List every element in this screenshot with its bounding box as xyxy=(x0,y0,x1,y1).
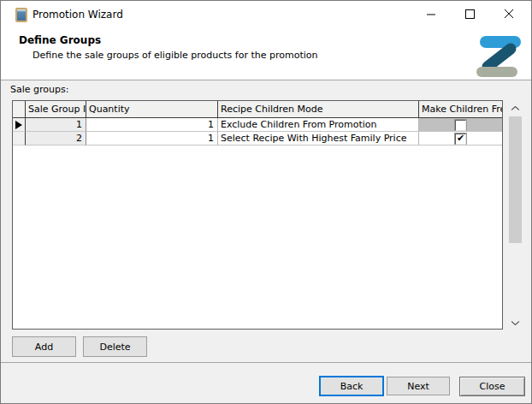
checkbox-make-children-free[interactable] xyxy=(455,134,466,145)
grid-corner-cell xyxy=(13,101,26,117)
current-row-arrow-icon xyxy=(15,121,22,129)
step-description: Define the sale groups of eligible produ… xyxy=(33,50,317,61)
cell-sale-group-id[interactable]: 1 xyxy=(26,118,86,132)
column-header-recipe-children-mode[interactable]: Recipe Children Mode xyxy=(218,101,419,117)
cell-make-children-free[interactable] xyxy=(419,132,502,146)
minimize-icon xyxy=(427,9,436,19)
chevron-down-icon xyxy=(511,321,519,325)
vertical-scrollbar[interactable] xyxy=(508,101,523,330)
footer-separator xyxy=(1,362,531,363)
cell-recipe-children-mode[interactable]: Exclude Children From Promotion xyxy=(218,118,419,132)
cell-make-children-free[interactable] xyxy=(419,118,502,132)
table-row: 1 1 Exclude Children From Promotion xyxy=(13,118,502,132)
row-selector[interactable] xyxy=(13,132,26,146)
cell-quantity[interactable]: 1 xyxy=(86,132,218,146)
scroll-down-button[interactable] xyxy=(508,316,523,330)
back-button[interactable]: Back xyxy=(319,376,384,396)
delete-button[interactable]: Delete xyxy=(83,336,147,357)
column-header-quantity[interactable]: Quantity xyxy=(86,101,218,117)
checkbox-make-children-free[interactable] xyxy=(455,120,466,131)
row-selector[interactable] xyxy=(13,118,26,132)
app-icon xyxy=(15,8,27,22)
scrollbar-thumb[interactable] xyxy=(509,116,522,243)
add-button[interactable]: Add xyxy=(12,336,76,357)
sale-groups-grid: Sale Group ID Quantity Recipe Children M… xyxy=(12,100,503,330)
column-header-make-children-free[interactable]: Make Children Free xyxy=(419,101,502,117)
promotion-wizard-dialog: Promotion Wizard Define Groups Define th… xyxy=(0,0,532,404)
column-header-sale-group-id[interactable]: Sale Group ID xyxy=(26,101,86,117)
next-button[interactable]: Next xyxy=(387,377,450,395)
title-bar: Promotion Wizard xyxy=(1,1,531,28)
minimize-button[interactable] xyxy=(412,1,450,27)
close-icon xyxy=(505,9,514,19)
maximize-icon xyxy=(465,9,475,19)
maximize-button[interactable] xyxy=(451,1,488,27)
close-window-button[interactable] xyxy=(490,1,528,27)
window-title: Promotion Wizard xyxy=(33,9,123,21)
grid-header-row: Sale Group ID Quantity Recipe Children M… xyxy=(13,101,502,118)
step-title: Define Groups xyxy=(19,34,101,46)
cell-quantity[interactable]: 1 xyxy=(86,118,218,132)
close-button[interactable]: Close xyxy=(459,377,525,396)
z-logo-icon xyxy=(470,31,523,79)
sale-groups-label: Sale groups: xyxy=(10,84,68,95)
cell-recipe-children-mode[interactable]: Select Recipe With Highest Family Price xyxy=(218,132,419,146)
cell-sale-group-id[interactable]: 2 xyxy=(26,132,86,146)
scroll-up-button[interactable] xyxy=(508,101,523,115)
wizard-header: Define Groups Define the sale groups of … xyxy=(1,28,531,80)
chevron-up-icon xyxy=(511,106,519,110)
table-row: 2 1 Select Recipe With Highest Family Pr… xyxy=(13,132,502,146)
